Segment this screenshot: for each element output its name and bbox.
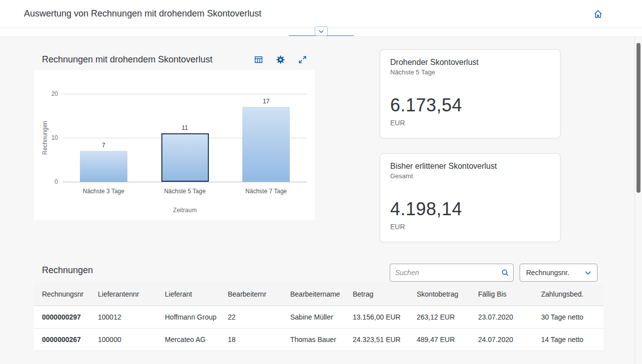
chart-toolbar [252,53,309,66]
search-button[interactable] [497,265,513,281]
scrollbar-thumb[interactable] [637,43,641,193]
gridline [63,182,307,182]
chart-section: Rechnungen mit drohendem Skontoverlust [34,49,315,220]
search-field [390,264,514,282]
kpi-card-title: Bisher erlittener Skontoverlust [390,162,550,171]
table-cell: 24.07.2020 [470,329,533,351]
table-cell: 263,12 EUR [409,306,470,329]
header-collapse-control [289,26,354,36]
table-view-icon [254,55,263,64]
x-axis-title: Zeitraum [63,207,307,214]
bar-slot: 7 [63,94,144,182]
table-row[interactable]: 0000000267100000Mercateo AG18Thomas Baue… [34,329,604,351]
table-cell: 18 [220,329,282,351]
chart-title: Rechnungen mit drohendem Skontoverlust [42,54,252,65]
table-cell: 0000000267 [34,329,90,351]
settings-button[interactable] [274,53,287,66]
table-cell: 489,47 EUR [409,329,470,351]
table-cell: 30 Tage netto [533,306,604,329]
y-tick-label: 10 [51,134,58,141]
table-cell: 14 Tage netto [533,329,604,351]
kpi-card-subtitle: Nächste 5 Tage [390,68,550,76]
bar-chart: Rechnungen 71117 01020 Nächste 3 TageNäc… [34,70,315,220]
bar-slot: 17 [225,94,307,182]
column-header: Fällig Bis [470,283,533,306]
x-category-label: Nächste 3 Tage [63,188,144,195]
table-cell: 13.156,00 EUR [345,306,409,329]
bar-value-label: 7 [102,142,105,149]
settings-icon [276,55,285,64]
bar-n-chste-7-tage[interactable] [242,107,290,182]
invoice-table-section: Rechnungen Rechnungsnr. [34,261,604,351]
bar-n-chste-3-tage[interactable] [80,151,127,182]
table-cell: 100012 [90,306,157,329]
table-title: Rechnungen [42,265,93,276]
table-view-button[interactable] [252,53,265,66]
fullscreen-icon [298,55,307,64]
table-cell: 22 [220,306,282,329]
page-title: Auswertung von Rechnungen mit drohendem … [24,8,261,19]
chart-x-labels: Nächste 3 TageNächste 5 TageNächste 7 Ta… [63,188,307,195]
column-header: Lieferantennr [90,283,157,306]
kpi-card-subtitle: Gesamt [390,172,550,180]
kpi-card-drohender-skontoverlust[interactable]: Drohender Skontoverlust Nächste 5 Tage 6… [380,49,561,138]
x-category-label: Nächste 7 Tage [225,188,307,195]
sort-dropdown[interactable]: Rechnungsnr. [520,264,598,282]
chart-bars: 71117 [63,94,307,182]
kpi-card-title: Drohender Skontoverlust [390,58,550,67]
table-cell: Hoffmann Group [157,306,220,329]
home-icon [594,9,603,18]
x-category-label: Nächste 5 Tage [144,188,226,195]
table-cell: 23.07.2020 [470,306,533,329]
column-header: Lieferant [157,283,220,306]
page-header: Auswertung von Rechnungen mit drohendem … [0,0,642,28]
kpi-card-value: 6.173,54 [390,95,550,116]
column-header: Betrag [345,283,409,306]
y-tick-label: 0 [54,178,58,185]
chevron-down-icon [319,30,324,33]
column-header: Rechnungsnr [34,283,90,306]
app-window: Auswertung von Rechnungen mit drohendem … [0,0,642,364]
sort-dropdown-value: Rechnungsnr. [526,269,569,277]
chart-plot: 71117 01020 [63,94,307,182]
bar-value-label: 17 [263,98,269,105]
y-axis-title: Rechnungen [41,121,48,155]
table-toolbar: Rechnungen Rechnungsnr. [34,261,604,283]
table-row[interactable]: 0000000297100012Hoffmann Group22Sabine M… [34,306,604,329]
table-cell: Mercateo AG [157,329,220,351]
y-tick-label: 20 [51,90,58,97]
search-icon [501,269,509,277]
collapse-header-button[interactable] [315,26,328,36]
kpi-card-value: 4.198,14 [390,199,550,220]
scrollbar-track[interactable] [635,36,642,364]
kpi-card-unit: EUR [390,223,550,231]
bar-n-chste-5-tage[interactable] [161,133,209,182]
table-body: 0000000297100012Hoffmann Group22Sabine M… [34,306,604,351]
chevron-down-icon [585,271,591,275]
table-cell: Thomas Bauer [282,329,345,351]
bar-value-label: 11 [182,124,188,131]
table-cell: 24.323,51 EUR [345,329,409,351]
home-button[interactable] [592,7,605,20]
table-header-row: RechnungsnrLieferantennrLieferantBearbei… [34,283,604,306]
bar-slot: 11 [144,94,226,182]
column-header: Skontobetrag [409,283,470,306]
kpi-card-bisher-erlittener-skontoverlust[interactable]: Bisher erlittener Skontoverlust Gesamt 4… [380,153,561,242]
chart-header: Rechnungen mit drohendem Skontoverlust [34,49,315,69]
table-cell: 0000000297 [34,306,90,329]
search-input[interactable] [390,269,497,277]
column-header: Bearbeitername [282,283,345,306]
table-cell: 100000 [90,329,157,351]
invoice-table: RechnungsnrLieferantennrLieferantBearbei… [34,283,604,351]
table-cell: Sabine Müller [282,306,345,329]
kpi-card-unit: EUR [390,119,550,127]
column-header: Bearbeiternr [220,283,282,306]
column-header: Zahlungsbed. [533,283,604,306]
fullscreen-button[interactable] [296,53,309,66]
